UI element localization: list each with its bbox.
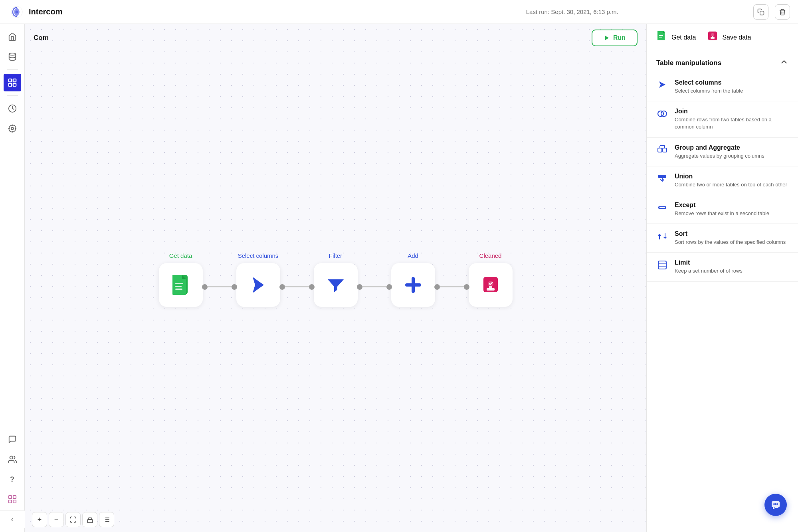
pipeline-node-select-columns[interactable]: Select columns [236,252,280,307]
limit-desc: Keep a set number of of rows [675,267,743,275]
sidebar-item-apps[interactable] [4,490,21,508]
sidebar-item-users[interactable] [4,451,21,468]
group-aggregate-desc: Aggregate values by grouping columns [675,152,764,160]
topbar: Intercom Last run: Sept. 30, 2021, 6:13 … [0,0,798,24]
svg-rect-12 [8,500,11,503]
save-data-action[interactable]: Save data [707,30,751,44]
group-aggregate-icon [656,145,668,158]
pipeline-node-filter[interactable]: Filter [314,252,358,307]
sidebar-item-settings[interactable] [4,120,21,137]
manipulation-list: Select columns Select columns from the t… [647,73,798,282]
select-columns-title: Select columns [675,79,743,86]
svg-rect-6 [13,83,16,86]
limit-text: Limit Keep a set number of of rows [675,259,743,275]
pipeline-node-get-data[interactable]: Get data [159,252,203,307]
svg-point-9 [10,456,12,459]
last-run-label: Last run: Sept. 30, 2021, 6:13 p.m. [391,8,754,15]
select-columns-icon [656,80,668,92]
group-aggregate-text: Group and Aggregate Aggregate values by … [675,144,764,160]
svg-rect-59 [658,261,666,269]
select-columns-text: Select columns Select columns from the t… [675,79,743,95]
node-label-get-data: Get data [169,252,192,259]
right-panel: Get data Save data Table manipulations [646,24,798,532]
fab-button[interactable] [764,494,787,516]
delete-button[interactable] [775,4,790,20]
manip-item-select-columns[interactable]: Select columns Select columns from the t… [647,73,798,101]
except-text: Except Remove rows that exist in a secon… [675,202,769,217]
manip-item-group-aggregate[interactable]: Group and Aggregate Aggregate values by … [647,138,798,166]
save-data-label: Save data [722,34,751,41]
app-title: Intercom [29,7,391,16]
logo [8,3,26,21]
canvas-title: Com [34,34,49,42]
node-icon-add[interactable] [391,263,435,307]
svg-rect-17 [175,283,183,284]
group-aggregate-title: Group and Aggregate [675,144,764,151]
except-title: Except [675,202,769,209]
sort-desc: Sort rows by the values of the specified… [675,239,786,246]
svg-rect-36 [659,35,663,36]
node-icon-select-columns[interactable] [236,263,280,307]
svg-point-0 [16,10,18,13]
svg-point-2 [9,53,16,55]
layout-button[interactable] [99,512,114,527]
svg-rect-45 [658,148,662,152]
canvas-bottom-toolbar: + − [25,507,646,532]
connector-3 [357,284,392,290]
pipeline-node-cleaned[interactable]: Cleaned [469,252,513,307]
svg-point-8 [11,127,14,130]
manip-item-limit[interactable]: Limit Keep a set number of of rows [647,253,798,281]
sidebar-separator-1 [7,69,18,70]
pipeline-node-add[interactable]: Add [391,252,435,307]
get-data-label: Get data [671,34,696,41]
topbar-actions [753,4,790,20]
zoom-in-button[interactable]: + [32,512,47,527]
manip-item-sort[interactable]: Sort Sort rows by the values of the spec… [647,224,798,253]
svg-rect-4 [13,79,16,82]
get-data-action[interactable]: Get data [656,30,696,44]
fit-button[interactable] [65,512,81,527]
svg-point-65 [776,503,778,505]
join-icon [656,109,668,121]
zoom-out-button[interactable]: − [49,512,64,527]
svg-point-64 [775,503,776,505]
svg-rect-19 [175,289,182,290]
sidebar-item-analytics[interactable] [4,100,21,117]
lock-button[interactable] [82,512,97,527]
union-desc: Combine two or more tables on top of eac… [675,181,787,188]
node-label-add: Add [408,252,418,259]
connector-2 [279,284,315,290]
connector-4 [434,284,469,290]
svg-rect-13 [13,500,16,503]
svg-rect-10 [8,496,11,498]
join-desc: Combine rows from two tables based on a … [675,116,788,131]
node-icon-cleaned[interactable] [469,263,513,307]
union-icon [656,174,668,186]
manip-item-join[interactable]: Join Combine rows from two tables based … [647,101,798,137]
run-button[interactable]: Run [592,30,638,46]
svg-point-41 [711,34,714,36]
svg-rect-5 [8,83,11,86]
sort-text: Sort Sort rows by the values of the spec… [675,230,786,246]
copy-button[interactable] [753,4,768,20]
table-manipulations-title: Table manipulations [656,59,721,67]
except-icon [656,202,668,215]
sort-title: Sort [675,230,786,237]
svg-point-63 [773,503,775,505]
sidebar-item-database[interactable] [4,48,21,65]
node-icon-filter[interactable] [314,263,358,307]
connector-1 [202,284,237,290]
canvas-toolbar: Com Run [25,24,646,52]
sidebar-item-home[interactable] [4,28,21,45]
sidebar-collapse-button[interactable]: ‹ [0,510,25,528]
manip-item-union[interactable]: Union Combine two or more tables on top … [647,166,798,195]
sidebar-item-chat[interactable] [4,431,21,448]
union-title: Union [675,173,787,180]
manip-item-except[interactable]: Except Remove rows that exist in a secon… [647,195,798,224]
node-icon-get-data[interactable] [159,263,203,307]
node-label-select-columns: Select columns [238,252,279,259]
sidebar-item-help[interactable]: ? [4,471,21,488]
sidebar-item-pipeline[interactable] [4,74,21,91]
get-data-icon [656,30,667,44]
panel-collapse-button[interactable] [780,57,788,69]
